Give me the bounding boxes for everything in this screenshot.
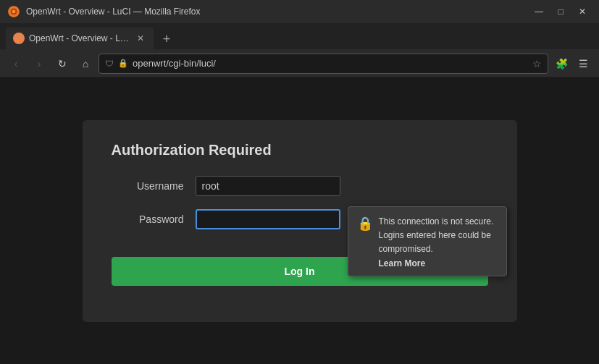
extensions-button[interactable]: 🧩 [551, 54, 571, 74]
password-label: Password [112, 213, 184, 225]
insecure-lock-icon: 🔒 [357, 216, 373, 232]
nav-right-buttons: 🧩 ☰ [551, 54, 593, 74]
username-input[interactable] [196, 176, 340, 196]
titlebar: OpenWrt - Overview - LuCI — Mozilla Fire… [0, 0, 599, 23]
tooltip-content: This connection is not secure. Logins en… [379, 214, 498, 268]
tooltip-learn-more-link[interactable]: Learn More [379, 258, 498, 268]
password-wrapper: 🔒 This connection is not secure. Logins … [196, 209, 340, 229]
bookmark-star-icon[interactable]: ☆ [532, 58, 542, 69]
password-input[interactable] [196, 209, 340, 229]
close-button[interactable]: ✕ [573, 4, 592, 19]
tooltip-icon-row: 🔒 This connection is not secure. Logins … [357, 214, 498, 268]
titlebar-title: OpenWrt - Overview - LuCI — Mozilla Fire… [26, 7, 201, 17]
svg-point-2 [12, 10, 16, 14]
new-tab-button[interactable]: + [156, 29, 177, 49]
shield-icon: 🛡 [105, 59, 114, 69]
minimize-button[interactable]: — [529, 4, 548, 19]
titlebar-controls: — □ ✕ [529, 4, 592, 19]
password-row: Password 🔒 This connection is not secure… [112, 209, 488, 229]
tabbar: OpenWrt - Overview - Lu... ✕ + [0, 23, 599, 49]
titlebar-left: OpenWrt - Overview - LuCI — Mozilla Fire… [7, 5, 201, 18]
maximize-button[interactable]: □ [551, 4, 570, 19]
tab-favicon [13, 33, 25, 44]
lock-icon: 🔒 [118, 59, 128, 68]
username-row: Username [112, 176, 488, 196]
address-text: openwrt/cgi-bin/luci/ [133, 58, 528, 69]
reload-button[interactable]: ↻ [52, 54, 72, 74]
navbar: ‹ › ↻ ⌂ 🛡 🔒 openwrt/cgi-bin/luci/ ☆ 🧩 ☰ [0, 49, 599, 78]
forward-button[interactable]: › [29, 54, 49, 74]
active-tab[interactable]: OpenWrt - Overview - Lu... ✕ [6, 27, 154, 49]
tab-close-button[interactable]: ✕ [135, 33, 146, 44]
firefox-icon [7, 5, 20, 18]
security-tooltip: 🔒 This connection is not secure. Logins … [348, 206, 507, 276]
address-bar[interactable]: 🛡 🔒 openwrt/cgi-bin/luci/ ☆ [99, 54, 548, 74]
back-button[interactable]: ‹ [6, 54, 26, 74]
home-button[interactable]: ⌂ [75, 54, 96, 74]
tab-label: OpenWrt - Overview - Lu... [29, 33, 130, 43]
page-content: Authorization Required Username Password… [0, 78, 599, 364]
username-label: Username [112, 180, 184, 192]
tooltip-text: This connection is not secure. Logins en… [379, 216, 494, 254]
auth-dialog: Authorization Required Username Password… [83, 120, 517, 322]
menu-button[interactable]: ☰ [573, 54, 593, 74]
auth-title: Authorization Required [112, 142, 488, 158]
